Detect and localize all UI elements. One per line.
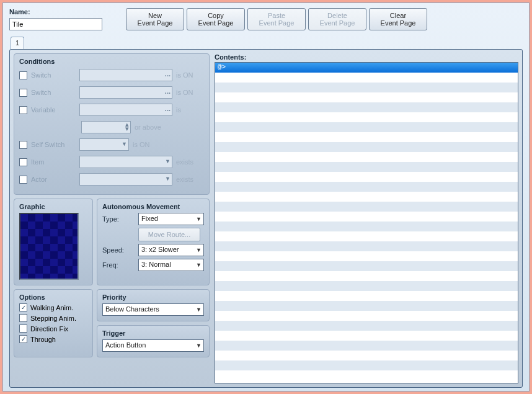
event-editor-window: Name: New Event Page Copy Event Page Pas… xyxy=(2,2,530,392)
variable-checkbox[interactable] xyxy=(19,106,27,114)
variable-suffix2: or above xyxy=(135,123,161,131)
through-label: Through xyxy=(30,336,56,343)
chevron-down-icon: ▼ xyxy=(122,141,127,147)
type-select[interactable]: Fixed▼ xyxy=(138,213,204,225)
self-switch-suffix: is ON xyxy=(133,141,150,148)
variable-label: Variable xyxy=(31,106,76,114)
contents-line xyxy=(215,142,518,152)
contents-line xyxy=(215,112,518,122)
new-event-page-button[interactable]: New Event Page xyxy=(126,8,184,30)
contents-line xyxy=(215,102,518,112)
conditions-title: Conditions xyxy=(19,58,204,65)
contents-line xyxy=(215,251,518,261)
speed-select[interactable]: 3: x2 Slower▼ xyxy=(138,244,204,256)
contents-line xyxy=(215,241,518,251)
autonomous-title: Autonomous Movement xyxy=(102,203,204,210)
switch2-checkbox[interactable] xyxy=(19,89,27,97)
contents-line xyxy=(215,212,518,222)
copy-event-page-button[interactable]: Copy Event Page xyxy=(187,8,245,30)
freq-select[interactable]: 3: Normal▼ xyxy=(138,259,204,271)
speed-label: Speed: xyxy=(102,246,135,254)
contents-line xyxy=(215,281,518,291)
switch1-field[interactable]: ... xyxy=(79,69,172,81)
ellipsis-icon: ... xyxy=(165,87,171,95)
options-title: Options xyxy=(19,293,87,301)
item-field[interactable]: ▼ xyxy=(79,156,172,168)
direction-fix-checkbox[interactable] xyxy=(19,325,27,333)
contents-line xyxy=(215,202,518,212)
spinner-icon: ▴▾ xyxy=(125,122,129,131)
ellipsis-icon: ... xyxy=(165,105,171,112)
contents-line xyxy=(215,73,518,83)
type-label: Type: xyxy=(102,215,135,223)
contents-line xyxy=(215,301,518,311)
priority-title: Priority xyxy=(102,293,204,301)
switch1-suffix: is ON xyxy=(176,71,193,79)
through-checkbox[interactable] xyxy=(19,335,27,343)
trigger-group: Trigger Action Button▼ xyxy=(97,325,210,357)
graphic-title: Graphic xyxy=(19,203,87,210)
clear-event-page-button[interactable]: Clear Event Page xyxy=(369,8,427,30)
chevron-down-icon: ▼ xyxy=(196,307,202,313)
switch2-field[interactable]: ... xyxy=(79,86,172,99)
actor-checkbox[interactable] xyxy=(19,176,27,184)
name-input[interactable] xyxy=(9,18,102,30)
trigger-title: Trigger xyxy=(102,329,204,337)
contents-line xyxy=(215,360,518,370)
contents-line xyxy=(215,172,518,182)
contents-line-selected[interactable]: @> xyxy=(215,63,518,73)
paste-event-page-button: Paste Event Page xyxy=(247,8,306,30)
graphic-group: Graphic xyxy=(14,199,93,285)
switch1-checkbox[interactable] xyxy=(19,71,27,79)
actor-suffix: exists xyxy=(176,176,193,183)
contents-line xyxy=(215,231,518,241)
conditions-group: Conditions Switch ... is ON Switch ... i… xyxy=(14,53,210,195)
variable-field[interactable]: ... xyxy=(79,104,172,116)
contents-title: Contents: xyxy=(215,53,518,61)
move-route-button: Move Route... xyxy=(138,228,200,241)
actor-label: Actor xyxy=(31,176,76,183)
self-switch-field[interactable]: ▼ xyxy=(79,138,129,151)
contents-line xyxy=(215,311,518,321)
contents-line xyxy=(215,370,518,380)
self-switch-checkbox[interactable] xyxy=(19,141,27,149)
direction-fix-label: Direction Fix xyxy=(30,325,68,333)
main-area: Conditions Switch ... is ON Switch ... i… xyxy=(9,49,523,388)
walking-anim-checkbox[interactable] xyxy=(19,303,27,311)
priority-group: Priority Below Characters▼ xyxy=(97,289,210,321)
chevron-down-icon: ▼ xyxy=(196,216,202,222)
name-label: Name: xyxy=(9,8,102,16)
stepping-anim-label: Stepping Anim. xyxy=(30,315,76,322)
walking-anim-label: Walking Anim. xyxy=(30,304,73,311)
chevron-down-icon: ▼ xyxy=(196,247,202,253)
graphic-selector[interactable] xyxy=(19,213,79,280)
chevron-down-icon: ▼ xyxy=(165,176,171,182)
contents-line xyxy=(215,271,518,281)
top-row: Name: New Event Page Copy Event Page Pas… xyxy=(9,8,523,30)
actor-field[interactable]: ▼ xyxy=(79,173,172,186)
autonomous-movement-group: Autonomous Movement Type: Fixed▼ Move Ro… xyxy=(97,199,210,285)
item-checkbox[interactable] xyxy=(19,158,27,166)
trigger-select[interactable]: Action Button▼ xyxy=(102,339,204,352)
contents-line xyxy=(215,351,518,360)
item-suffix: exists xyxy=(176,158,193,166)
stepping-anim-checkbox[interactable] xyxy=(19,314,27,322)
contents-line xyxy=(215,192,518,202)
variable-value-field[interactable]: ▴▾ xyxy=(81,121,131,133)
delete-event-page-button: Delete Event Page xyxy=(308,8,366,30)
tab-1[interactable]: 1 xyxy=(11,37,24,49)
contents-line xyxy=(215,341,518,351)
options-group: Options Walking Anim. Stepping Anim. Dir… xyxy=(14,289,93,357)
contents-line xyxy=(215,261,518,271)
priority-select[interactable]: Below Characters▼ xyxy=(102,303,204,316)
chevron-down-icon: ▼ xyxy=(196,343,202,349)
contents-line xyxy=(215,132,518,142)
contents-line xyxy=(215,222,518,231)
contents-line xyxy=(215,152,518,162)
contents-line xyxy=(215,83,518,92)
switch2-suffix: is ON xyxy=(176,89,193,96)
item-label: Item xyxy=(31,158,76,166)
contents-list[interactable]: @> xyxy=(215,62,518,383)
chevron-down-icon: ▼ xyxy=(196,262,202,268)
tab-bar: 1 xyxy=(9,37,523,49)
